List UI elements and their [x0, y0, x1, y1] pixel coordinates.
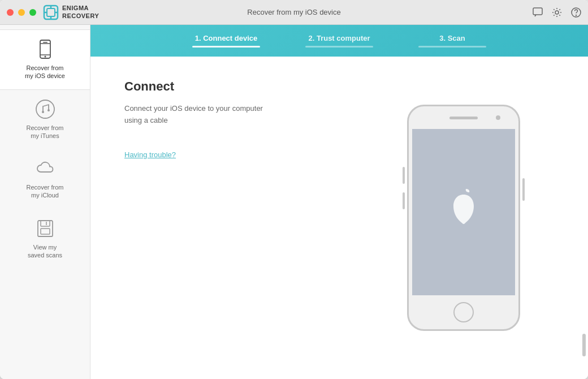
step-2-label: 2. Trust computer [308, 34, 370, 42]
connect-description: Connect your iOS device to your computer… [124, 103, 351, 127]
svg-rect-1 [47, 8, 55, 16]
help-icon[interactable] [571, 7, 581, 18]
traffic-lights [7, 9, 36, 16]
having-trouble-link[interactable]: Having trouble? [124, 150, 176, 159]
gear-icon[interactable] [552, 7, 562, 18]
iphone-screen [412, 129, 515, 295]
svg-rect-14 [43, 42, 47, 43]
app-window: ENIGMARECOVERY Recover from my iOS devic… [0, 0, 588, 379]
content-left: Connect Connect your iOS device to your … [124, 79, 373, 356]
steps-header: 1. Connect device 2. Trust computer 3. S… [90, 25, 588, 57]
iphone-home-button [453, 302, 474, 322]
step-1-bar [192, 46, 260, 48]
sidebar-label-ios: Recover frommy iOS device [25, 64, 65, 80]
sidebar-label-itunes: Recover frommy iTunes [26, 124, 63, 140]
content-right [373, 79, 554, 356]
content-area: 1. Connect device 2. Trust computer 3. S… [90, 25, 588, 379]
iphone-side-button [522, 178, 525, 201]
iphone-top [409, 106, 518, 129]
iphone-bottom [409, 295, 518, 329]
connect-title: Connect [124, 79, 351, 94]
apple-logo-graphic [444, 189, 483, 235]
logo-text: ENIGMARECOVERY [62, 5, 99, 19]
svg-point-16 [42, 111, 44, 113]
maximize-button[interactable] [29, 9, 36, 16]
window-title: Recover from my iOS device [247, 8, 340, 16]
step-3: 3. Scan [396, 34, 509, 48]
titlebar: ENIGMARECOVERY Recover from my iOS devic… [0, 0, 588, 25]
cloud-icon [35, 158, 55, 179]
step-2-bar [305, 46, 373, 48]
chat-icon[interactable] [533, 7, 543, 18]
sidebar-label-saved-scans: View mysaved scans [28, 243, 62, 260]
step-1: 1. Connect device [170, 34, 283, 48]
svg-point-7 [555, 11, 559, 14]
phone-icon [35, 39, 55, 59]
svg-rect-19 [41, 221, 50, 226]
sidebar-item-itunes[interactable]: Recover frommy iTunes [0, 90, 90, 150]
step-3-label: 3. Scan [439, 34, 465, 42]
app-logo: ENIGMARECOVERY [43, 5, 99, 20]
titlebar-actions [533, 7, 581, 18]
svg-point-9 [576, 15, 577, 15]
iphone-speaker [449, 117, 478, 119]
main-content: Connect Connect your iOS device to your … [90, 57, 588, 379]
iphone-volume-down [403, 192, 405, 209]
step-1-label: 1. Connect device [195, 34, 258, 42]
sidebar-label-icloud: Recover frommy iCloud [26, 183, 63, 200]
step-3-bar [418, 46, 486, 48]
svg-rect-6 [533, 8, 542, 15]
iphone-body [407, 105, 520, 331]
svg-point-17 [47, 109, 50, 111]
sidebar-item-ios-device[interactable]: Recover frommy iOS device [0, 29, 90, 90]
svg-point-15 [36, 100, 54, 118]
sidebar-item-icloud[interactable]: Recover frommy iCloud [0, 149, 90, 209]
music-icon [35, 99, 55, 119]
floppy-icon [35, 218, 55, 239]
step-2: 2. Trust computer [283, 34, 396, 48]
close-button[interactable] [7, 9, 14, 16]
svg-point-13 [44, 56, 46, 58]
svg-rect-20 [41, 229, 50, 234]
main-layout: Recover frommy iOS device Recover frommy… [0, 25, 588, 379]
sidebar-item-saved-scans[interactable]: View mysaved scans [0, 209, 90, 269]
sidebar: Recover frommy iOS device Recover frommy… [0, 25, 90, 379]
iphone-illustration [401, 99, 526, 337]
iphone-camera [496, 115, 500, 120]
logo-icon [43, 5, 59, 20]
iphone-volume-up [403, 167, 405, 184]
scrollbar[interactable] [582, 334, 586, 356]
minimize-button[interactable] [18, 9, 25, 16]
svg-rect-10 [40, 40, 50, 58]
